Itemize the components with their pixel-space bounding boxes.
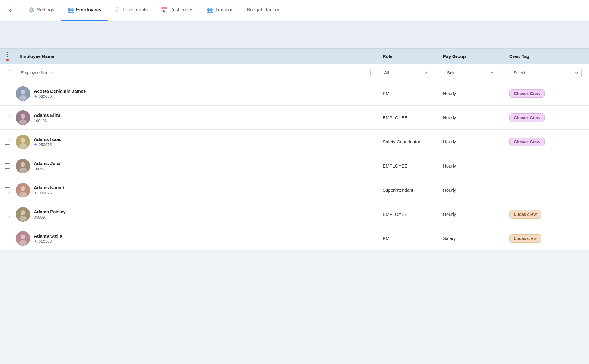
crew-tag-badge[interactable]: Lucas crew [509, 234, 541, 243]
employee-cell-6: Adams Stella★010168 [14, 231, 378, 246]
documents-tab-icon: 📄 [115, 7, 121, 13]
employee-id-1: 100493 [34, 118, 60, 123]
select-all-checkbox-cell [0, 70, 14, 75]
crew-tag-badge[interactable]: Chavez Crew [509, 89, 545, 98]
name-filter-cell [14, 68, 378, 78]
nav-tab-cost-codes[interactable]: 📅Cost codes [154, 0, 200, 21]
employee-table: ⋮ Employee Name Role Pay Group Crew Tag … [0, 48, 589, 251]
row-checkbox-5[interactable] [5, 212, 10, 217]
table-row: Adams Paisley050097EMPLOYEEHourlyLucas c… [0, 202, 589, 226]
employee-id-6: ★010168 [34, 239, 62, 244]
employee-name-1[interactable]: Adams Eliza [34, 113, 60, 118]
svg-point-8 [19, 143, 27, 149]
name-filter-input[interactable] [17, 68, 371, 78]
star-icon: ★ [34, 239, 37, 244]
row-checkbox-cell-2 [0, 139, 14, 145]
employee-cell-5: Adams Paisley050097 [14, 207, 378, 222]
employee-name-4[interactable]: Adams Naomi [34, 185, 64, 190]
select-all-checkbox[interactable] [5, 70, 10, 75]
dots-icon[interactable]: ⋮ [5, 51, 10, 58]
role-filter-cell: All [378, 68, 438, 78]
table-body: Acosta Benjamin James★020659PMHourlyChav… [0, 81, 589, 251]
crewtag-cell-6: Lucas crew [505, 234, 589, 243]
row-checkbox-1[interactable] [5, 115, 10, 120]
employee-info-2: Adams Isaac★050075 [34, 137, 62, 147]
cost-codes-tab-label: Cost codes [169, 7, 193, 13]
employees-tab-label: Employees [76, 7, 101, 13]
paygroup-cell-0: Hourly [438, 91, 505, 96]
employee-cell-2: Adams Isaac★050075 [14, 135, 378, 149]
nav-tab-tracking[interactable]: 👥Tracking [200, 0, 240, 21]
crewtag-cell-2: Chavez Crew [505, 138, 589, 146]
svg-point-7 [21, 138, 25, 143]
employee-name-0[interactable]: Acosta Benjamin James [34, 88, 86, 94]
employee-cell-4: Adams Naomi★080075 [14, 183, 378, 197]
settings-tab-icon: ⚙️ [28, 7, 35, 13]
crew-tag-badge[interactable]: Chavez Crew [509, 138, 545, 146]
svg-point-4 [21, 114, 25, 119]
svg-point-5 [19, 119, 27, 125]
paygroup-cell-5: Hourly [438, 212, 505, 217]
svg-point-17 [19, 216, 27, 221]
role-cell-1: EMPLOYEE [378, 115, 438, 120]
employee-info-3: Adams Julia100527 [34, 161, 60, 171]
table-row: Adams Eliza100493EMPLOYEEHourlyChavez Cr… [0, 106, 589, 130]
header-menu-dots[interactable]: ⋮ [0, 51, 14, 61]
row-checkbox-4[interactable] [5, 187, 10, 193]
red-dot-indicator [6, 59, 9, 61]
svg-point-1 [21, 90, 25, 94]
header-employee-name: Employee Name [14, 54, 378, 59]
table-row: Acosta Benjamin James★020659PMHourlyChav… [0, 81, 589, 106]
employee-id-2: ★050075 [34, 142, 62, 147]
svg-point-16 [21, 210, 25, 215]
star-icon: ★ [34, 191, 37, 195]
avatar [16, 159, 30, 173]
employee-name-3[interactable]: Adams Julia [34, 161, 60, 166]
nav-tab-settings[interactable]: ⚙️Settings [22, 0, 61, 21]
nav-tab-employees[interactable]: 👥Employees [61, 0, 108, 21]
employee-name-6[interactable]: Adams Stella [34, 233, 62, 238]
paygroup-filter-select[interactable]: - Select - [441, 68, 497, 78]
role-cell-6: PM [378, 236, 438, 241]
svg-point-10 [21, 162, 25, 167]
row-checkbox-6[interactable] [5, 236, 10, 241]
nav-tab-documents[interactable]: 📄Documents [108, 0, 154, 21]
header-role: Role [378, 54, 438, 59]
back-button[interactable] [5, 5, 16, 16]
row-checkbox-3[interactable] [5, 163, 10, 169]
svg-point-14 [19, 192, 27, 197]
svg-point-19 [21, 235, 25, 239]
employee-name-5[interactable]: Adams Paisley [34, 209, 66, 214]
crewtag-filter-select[interactable]: - Select - [507, 68, 582, 78]
employee-name-2[interactable]: Adams Isaac [34, 137, 62, 142]
crew-tag-badge[interactable]: Chavez Crew [509, 113, 545, 122]
svg-point-2 [19, 95, 27, 101]
tracking-tab-icon: 👥 [207, 7, 213, 13]
employees-tab-icon: 👥 [68, 7, 74, 13]
header-crew-tag: Crew Tag [505, 54, 589, 59]
avatar [16, 207, 30, 222]
row-checkbox-cell-5 [0, 212, 14, 217]
crewtag-cell-1: Chavez Crew [505, 113, 589, 122]
svg-point-11 [19, 168, 27, 173]
table-row: Adams Julia100527EMPLOYEEHourly [0, 154, 589, 178]
crewtag-cell-5: Lucas crew [505, 210, 589, 219]
role-filter-select[interactable]: All [380, 68, 431, 78]
svg-point-13 [21, 186, 25, 191]
avatar [16, 231, 30, 246]
role-cell-0: PM [378, 91, 438, 96]
paygroup-cell-2: Hourly [438, 139, 505, 144]
documents-tab-label: Documents [123, 7, 148, 13]
table-row: Adams Naomi★080075SuperintendantHourly [0, 178, 589, 202]
tracking-tab-label: Tracking [215, 7, 234, 13]
paygroup-cell-3: Hourly [438, 163, 505, 168]
table-row: Adams Stella★010168PMSalaryLucas crew [0, 226, 589, 251]
crew-tag-badge[interactable]: Lucas crew [509, 210, 541, 219]
table-row: Adams Isaac★050075Safety CooridnatorHour… [0, 130, 589, 154]
table-header-row: ⋮ Employee Name Role Pay Group Crew Tag [0, 48, 589, 64]
row-checkbox-2[interactable] [5, 139, 10, 145]
row-checkbox-0[interactable] [5, 91, 10, 96]
employee-id-5: 050097 [34, 215, 66, 219]
nav-tab-budget-planner[interactable]: Budget planner [240, 0, 286, 21]
nav-tabs: ⚙️Settings👥Employees📄Documents📅Cost code… [22, 0, 286, 21]
